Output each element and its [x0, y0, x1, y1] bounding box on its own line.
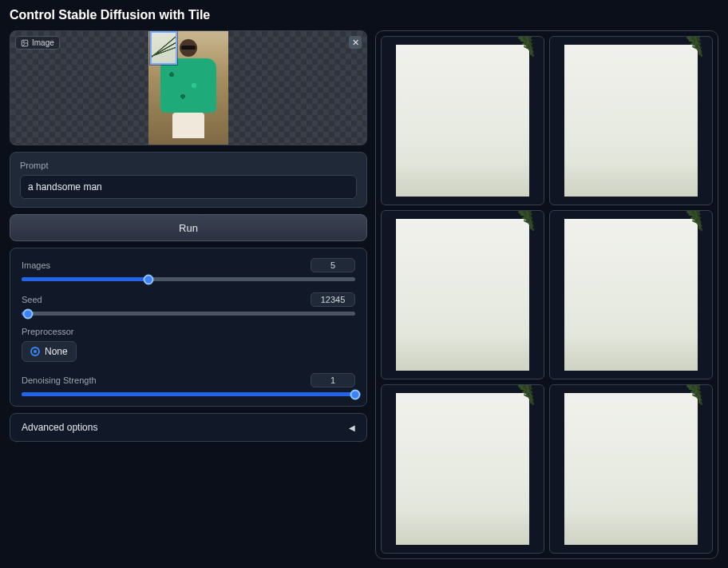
- seed-slider-row: Seed 12345: [22, 292, 355, 316]
- close-icon: ✕: [352, 38, 359, 48]
- seed-value[interactable]: 12345: [311, 292, 355, 307]
- preprocessor-label: Preprocessor: [22, 327, 355, 336]
- preprocessor-option-none[interactable]: None: [22, 341, 77, 362]
- image-icon: [21, 39, 29, 47]
- images-value[interactable]: 5: [311, 258, 355, 272]
- image-header-chip: Image: [15, 36, 60, 50]
- preprocessor-option-label: None: [45, 346, 68, 357]
- image-header-label: Image: [32, 38, 54, 47]
- images-slider[interactable]: [22, 277, 355, 281]
- gallery-item[interactable]: [381, 384, 544, 554]
- images-label: Images: [22, 260, 50, 270]
- image-clear-button[interactable]: ✕: [349, 36, 362, 49]
- controls-panel: Images 5 Seed 12345: [10, 248, 367, 407]
- denoise-value[interactable]: 1: [311, 373, 355, 387]
- gallery-item[interactable]: [549, 36, 713, 205]
- svg-point-1: [23, 41, 25, 42]
- seed-label: Seed: [22, 295, 42, 304]
- gallery-item[interactable]: [549, 384, 713, 554]
- radio-checked-icon: [30, 347, 40, 356]
- images-slider-row: Images 5: [22, 258, 355, 281]
- advanced-options-label: Advanced options: [22, 422, 97, 433]
- preprocessor-group: Preprocessor None: [22, 327, 355, 362]
- crop-selection[interactable]: [150, 31, 177, 65]
- denoise-label: Denoising Strength: [22, 375, 97, 385]
- prompt-panel: Prompt: [10, 152, 367, 208]
- seed-slider[interactable]: [22, 312, 355, 316]
- denoise-slider[interactable]: [22, 392, 355, 396]
- gallery-item[interactable]: [549, 210, 713, 379]
- prompt-label: Prompt: [20, 161, 357, 170]
- caret-left-icon: ◀: [349, 423, 355, 432]
- gallery-item[interactable]: [381, 210, 544, 379]
- run-button[interactable]: Run: [10, 214, 367, 241]
- prompt-input[interactable]: [20, 175, 357, 199]
- gallery-item[interactable]: [381, 36, 544, 205]
- advanced-options-accordion[interactable]: Advanced options ◀: [10, 413, 367, 442]
- page-title: Control Stable Diffusion with Tile: [10, 8, 718, 22]
- output-gallery: [375, 30, 718, 559]
- image-input-panel[interactable]: Image ✕: [10, 30, 367, 145]
- denoise-slider-row: Denoising Strength 1: [22, 373, 355, 396]
